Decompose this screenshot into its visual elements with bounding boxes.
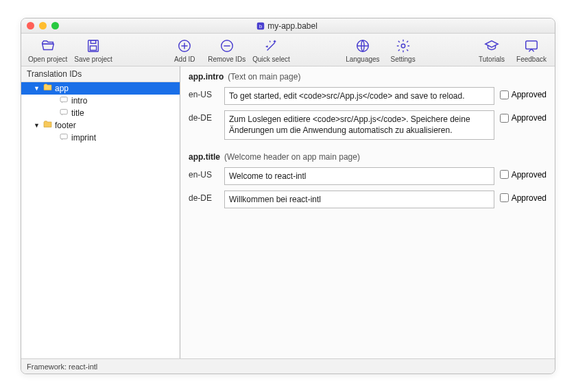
plus-circle-icon <box>176 38 193 54</box>
approved-checkbox-input[interactable] <box>500 90 509 99</box>
feedback-button[interactable]: Feedback <box>515 38 548 63</box>
gear-icon <box>394 38 412 54</box>
svg-point-8 <box>401 44 405 48</box>
quick-select-label: Quick select <box>252 56 289 63</box>
quick-select-button[interactable]: Quick select <box>252 38 289 63</box>
message-icon <box>60 96 69 106</box>
languages-button[interactable]: Languages <box>346 38 380 63</box>
tree-label: title <box>71 108 84 118</box>
svg-text:b: b <box>259 23 262 29</box>
open-project-label: Open project <box>28 56 67 63</box>
app-icon: b <box>256 22 265 30</box>
tree-folder-footer[interactable]: ▼footer <box>21 119 180 132</box>
sidebar-header: Translation IDs <box>21 66 180 82</box>
locale-label: en-US <box>189 167 219 180</box>
save-project-button[interactable]: Save project <box>74 38 112 63</box>
close-icon[interactable] <box>27 22 34 29</box>
translation-section: app.title(Welcome header on app main pag… <box>189 152 547 208</box>
approved-checkbox[interactable]: Approved <box>500 110 547 123</box>
disclosure-triangle-icon[interactable]: ▼ <box>34 122 40 129</box>
minimize-icon[interactable] <box>39 22 47 29</box>
traffic-lights <box>27 22 59 29</box>
tree-item-intro[interactable]: intro <box>21 95 180 107</box>
translation-input[interactable]: Zum Loslegen editiere <code>src/App.js</… <box>224 110 494 139</box>
settings-label: Settings <box>391 56 416 63</box>
minus-circle-icon <box>218 38 236 54</box>
tree-label: intro <box>71 96 87 106</box>
window-title: b my-app.babel <box>59 21 515 31</box>
tree-label: app <box>55 84 69 93</box>
app-window: b my-app.babel Open project Save project… <box>21 18 555 374</box>
locale-label: de-DE <box>189 110 219 123</box>
message-icon <box>60 133 69 143</box>
translation-row: en-USTo get started, edit <code>src/App.… <box>189 87 547 105</box>
translation-row: en-USWelcome to react-intlApproved <box>189 167 547 185</box>
approved-label: Approved <box>512 193 547 203</box>
approved-checkbox-input[interactable] <box>500 114 509 123</box>
approved-checkbox[interactable]: Approved <box>500 191 547 203</box>
svg-rect-12 <box>60 134 67 139</box>
graduation-cap-icon <box>483 38 501 54</box>
feedback-label: Feedback <box>516 56 547 63</box>
content-area: Translation IDs ▼appintrotitle▼footerimp… <box>21 66 555 358</box>
svg-rect-11 <box>60 110 67 114</box>
tutorials-label: Tutorials <box>479 56 505 63</box>
approved-checkbox-input[interactable] <box>500 193 509 202</box>
approved-label: Approved <box>512 90 547 99</box>
svg-rect-9 <box>526 41 538 49</box>
tree-label: footer <box>55 121 76 130</box>
message-icon <box>60 108 69 118</box>
section-id: app.intro <box>189 72 224 82</box>
add-id-button[interactable]: Add ID <box>168 38 201 63</box>
zoom-icon[interactable] <box>51 22 59 29</box>
translation-input[interactable]: Welcome to react-intl <box>224 167 494 185</box>
section-id: app.title <box>189 152 220 162</box>
folder-icon <box>43 84 52 93</box>
approved-checkbox[interactable]: Approved <box>500 167 547 180</box>
folder-icon <box>43 121 52 130</box>
translation-section: app.intro(Text on main page)en-USTo get … <box>189 72 547 140</box>
approved-label: Approved <box>512 113 547 123</box>
main-panel: app.intro(Text on main page)en-USTo get … <box>180 66 555 358</box>
sidebar: Translation IDs ▼appintrotitle▼footerimp… <box>21 66 180 358</box>
tree-item-title[interactable]: title <box>21 107 180 119</box>
locale-label: de-DE <box>189 191 219 203</box>
wand-icon <box>263 38 280 54</box>
svg-rect-3 <box>91 40 95 44</box>
svg-rect-4 <box>90 46 96 50</box>
folder-open-icon <box>39 38 57 54</box>
globe-icon <box>354 38 372 54</box>
tutorials-button[interactable]: Tutorials <box>475 38 508 63</box>
languages-label: Languages <box>346 56 380 63</box>
remove-ids-label: Remove IDs <box>208 56 245 63</box>
save-icon <box>84 38 102 54</box>
svg-rect-10 <box>60 97 67 102</box>
save-project-label: Save project <box>74 56 112 63</box>
tree-item-imprint[interactable]: imprint <box>21 132 180 144</box>
framework-label: Framework: react-intl <box>27 363 97 371</box>
tree-label: imprint <box>71 133 96 143</box>
section-desc: (Text on main page) <box>228 72 300 82</box>
open-project-button[interactable]: Open project <box>28 38 67 63</box>
remove-ids-button[interactable]: Remove IDs <box>208 38 245 63</box>
statusbar: Framework: react-intl <box>21 358 555 373</box>
translation-row: de-DEZum Loslegen editiere <code>src/App… <box>189 110 547 139</box>
translation-input[interactable]: Willkommen bei react-intl <box>224 191 494 208</box>
approved-checkbox[interactable]: Approved <box>500 87 547 99</box>
translation-id-tree[interactable]: ▼appintrotitle▼footerimprint <box>21 82 180 358</box>
toolbar: Open project Save project Add ID Remove … <box>21 34 555 66</box>
settings-button[interactable]: Settings <box>387 38 420 63</box>
tree-folder-app[interactable]: ▼app <box>21 82 180 95</box>
section-desc: (Welcome header on app main page) <box>224 152 360 162</box>
translation-input[interactable]: To get started, edit <code>src/App.js</c… <box>224 87 494 105</box>
locale-label: en-US <box>189 87 219 99</box>
approved-label: Approved <box>512 170 547 180</box>
feedback-icon <box>523 38 540 54</box>
add-id-label: Add ID <box>174 56 195 63</box>
approved-checkbox-input[interactable] <box>500 170 509 179</box>
titlebar: b my-app.babel <box>21 19 555 34</box>
disclosure-triangle-icon[interactable]: ▼ <box>34 85 40 92</box>
translation-row: de-DEWillkommen bei react-intlApproved <box>189 191 547 208</box>
